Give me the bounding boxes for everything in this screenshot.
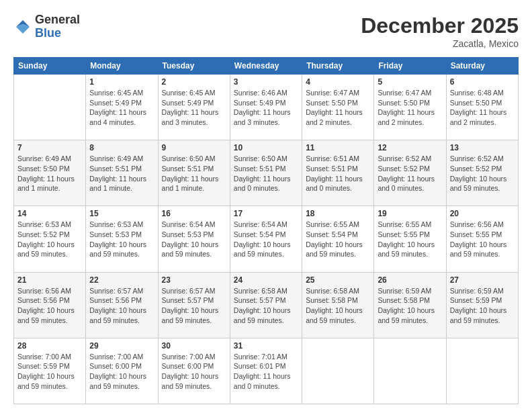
header: General Blue December 2025 Zacatla, Mexi… <box>13 13 519 49</box>
day-number: 25 <box>306 275 370 285</box>
table-row: 22Sunrise: 6:57 AMSunset: 5:56 PMDayligh… <box>86 272 158 338</box>
day-info: Sunrise: 6:52 AMSunset: 5:52 PMDaylight:… <box>378 154 442 193</box>
day-info: Sunrise: 6:58 AMSunset: 5:58 PMDaylight:… <box>306 286 370 326</box>
day-info: Sunrise: 6:51 AMSunset: 5:51 PMDaylight:… <box>306 154 370 193</box>
table-row: 19Sunrise: 6:55 AMSunset: 5:55 PMDayligh… <box>374 206 446 272</box>
table-row: 12Sunrise: 6:52 AMSunset: 5:52 PMDayligh… <box>374 140 446 206</box>
location: Zacatla, Mexico <box>361 38 519 49</box>
day-number: 9 <box>162 143 226 152</box>
day-info: Sunrise: 6:45 AMSunset: 5:49 PMDaylight:… <box>162 88 226 128</box>
day-info: Sunrise: 6:52 AMSunset: 5:52 PMDaylight:… <box>450 154 515 193</box>
table-row: 17Sunrise: 6:54 AMSunset: 5:54 PMDayligh… <box>230 206 302 272</box>
col-sunday: Sunday <box>14 58 86 75</box>
day-number: 21 <box>17 275 82 285</box>
day-info: Sunrise: 6:48 AMSunset: 5:50 PMDaylight:… <box>450 88 515 128</box>
col-saturday: Saturday <box>446 58 518 75</box>
table-row: 20Sunrise: 6:56 AMSunset: 5:55 PMDayligh… <box>446 206 518 272</box>
calendar-week-row: 1Sunrise: 6:45 AMSunset: 5:49 PMDaylight… <box>14 75 519 140</box>
day-number: 10 <box>234 143 298 152</box>
day-info: Sunrise: 6:50 AMSunset: 5:51 PMDaylight:… <box>234 154 298 193</box>
day-info: Sunrise: 6:58 AMSunset: 5:57 PMDaylight:… <box>234 286 298 326</box>
table-row: 2Sunrise: 6:45 AMSunset: 5:49 PMDaylight… <box>158 75 230 140</box>
table-row: 21Sunrise: 6:56 AMSunset: 5:56 PMDayligh… <box>14 272 86 338</box>
day-number: 28 <box>17 341 82 351</box>
day-info: Sunrise: 6:54 AMSunset: 5:53 PMDaylight:… <box>162 220 226 259</box>
day-number: 5 <box>378 77 442 87</box>
table-row: 7Sunrise: 6:49 AMSunset: 5:50 PMDaylight… <box>14 140 86 206</box>
table-row: 23Sunrise: 6:57 AMSunset: 5:57 PMDayligh… <box>158 272 230 338</box>
day-info: Sunrise: 6:47 AMSunset: 5:50 PMDaylight:… <box>306 88 370 128</box>
day-number: 8 <box>89 143 154 152</box>
day-number: 16 <box>162 209 226 218</box>
day-number: 23 <box>162 275 226 285</box>
table-row: 1Sunrise: 6:45 AMSunset: 5:49 PMDaylight… <box>86 75 158 140</box>
table-row <box>446 338 518 404</box>
table-row: 5Sunrise: 6:47 AMSunset: 5:50 PMDaylight… <box>374 75 446 140</box>
day-number: 3 <box>234 77 298 87</box>
day-info: Sunrise: 6:53 AMSunset: 5:52 PMDaylight:… <box>17 220 82 259</box>
day-number: 30 <box>162 341 226 351</box>
col-monday: Monday <box>86 58 158 75</box>
table-row: 18Sunrise: 6:55 AMSunset: 5:54 PMDayligh… <box>302 206 374 272</box>
table-row: 25Sunrise: 6:58 AMSunset: 5:58 PMDayligh… <box>302 272 374 338</box>
day-info: Sunrise: 6:50 AMSunset: 5:51 PMDaylight:… <box>162 154 226 193</box>
calendar-week-row: 14Sunrise: 6:53 AMSunset: 5:52 PMDayligh… <box>14 206 519 272</box>
col-friday: Friday <box>374 58 446 75</box>
day-number: 17 <box>234 209 298 218</box>
day-number: 15 <box>89 209 154 218</box>
day-info: Sunrise: 6:59 AMSunset: 5:59 PMDaylight:… <box>450 286 515 326</box>
day-info: Sunrise: 6:46 AMSunset: 5:49 PMDaylight:… <box>234 88 298 128</box>
day-info: Sunrise: 6:45 AMSunset: 5:49 PMDaylight:… <box>89 88 154 128</box>
logo-blue: Blue <box>35 26 61 40</box>
table-row: 16Sunrise: 6:54 AMSunset: 5:53 PMDayligh… <box>158 206 230 272</box>
day-number: 26 <box>378 275 442 285</box>
col-tuesday: Tuesday <box>158 58 230 75</box>
day-number: 29 <box>89 341 154 351</box>
table-row: 6Sunrise: 6:48 AMSunset: 5:50 PMDaylight… <box>446 75 518 140</box>
table-row: 4Sunrise: 6:47 AMSunset: 5:50 PMDaylight… <box>302 75 374 140</box>
table-row: 3Sunrise: 6:46 AMSunset: 5:49 PMDaylight… <box>230 75 302 140</box>
table-row: 31Sunrise: 7:01 AMSunset: 6:01 PMDayligh… <box>230 338 302 404</box>
calendar-header-row: Sunday Monday Tuesday Wednesday Thursday… <box>14 58 519 75</box>
day-info: Sunrise: 7:00 AMSunset: 6:00 PMDaylight:… <box>89 352 154 392</box>
table-row: 26Sunrise: 6:59 AMSunset: 5:58 PMDayligh… <box>374 272 446 338</box>
table-row: 10Sunrise: 6:50 AMSunset: 5:51 PMDayligh… <box>230 140 302 206</box>
calendar-week-row: 21Sunrise: 6:56 AMSunset: 5:56 PMDayligh… <box>14 272 519 338</box>
day-number: 14 <box>17 209 82 218</box>
day-info: Sunrise: 7:00 AMSunset: 5:59 PMDaylight:… <box>17 352 82 392</box>
col-wednesday: Wednesday <box>230 58 302 75</box>
table-row <box>14 75 86 140</box>
title-section: December 2025 Zacatla, Mexico <box>361 13 519 49</box>
day-number: 6 <box>450 77 515 87</box>
table-row: 27Sunrise: 6:59 AMSunset: 5:59 PMDayligh… <box>446 272 518 338</box>
table-row: 24Sunrise: 6:58 AMSunset: 5:57 PMDayligh… <box>230 272 302 338</box>
day-number: 31 <box>234 341 298 351</box>
table-row: 30Sunrise: 7:00 AMSunset: 6:00 PMDayligh… <box>158 338 230 404</box>
day-info: Sunrise: 6:53 AMSunset: 5:53 PMDaylight:… <box>89 220 154 259</box>
calendar-week-row: 28Sunrise: 7:00 AMSunset: 5:59 PMDayligh… <box>14 338 519 404</box>
day-info: Sunrise: 6:49 AMSunset: 5:51 PMDaylight:… <box>89 154 154 193</box>
day-number: 2 <box>162 77 226 87</box>
day-info: Sunrise: 6:47 AMSunset: 5:50 PMDaylight:… <box>378 88 442 128</box>
day-info: Sunrise: 6:55 AMSunset: 5:54 PMDaylight:… <box>306 220 370 259</box>
table-row: 11Sunrise: 6:51 AMSunset: 5:51 PMDayligh… <box>302 140 374 206</box>
day-number: 24 <box>234 275 298 285</box>
table-row: 28Sunrise: 7:00 AMSunset: 5:59 PMDayligh… <box>14 338 86 404</box>
day-number: 13 <box>450 143 515 152</box>
logo-text: General Blue <box>35 13 80 40</box>
day-info: Sunrise: 7:00 AMSunset: 6:00 PMDaylight:… <box>162 352 226 392</box>
table-row: 29Sunrise: 7:00 AMSunset: 6:00 PMDayligh… <box>86 338 158 404</box>
day-number: 19 <box>378 209 442 218</box>
day-info: Sunrise: 6:56 AMSunset: 5:56 PMDaylight:… <box>17 286 82 326</box>
day-number: 20 <box>450 209 515 218</box>
day-info: Sunrise: 6:55 AMSunset: 5:55 PMDaylight:… <box>378 220 442 259</box>
table-row: 15Sunrise: 6:53 AMSunset: 5:53 PMDayligh… <box>86 206 158 272</box>
day-number: 11 <box>306 143 370 152</box>
day-info: Sunrise: 6:57 AMSunset: 5:57 PMDaylight:… <box>162 286 226 326</box>
day-number: 27 <box>450 275 515 285</box>
day-info: Sunrise: 6:56 AMSunset: 5:55 PMDaylight:… <box>450 220 515 259</box>
day-info: Sunrise: 6:49 AMSunset: 5:50 PMDaylight:… <box>17 154 82 193</box>
day-number: 7 <box>17 143 82 152</box>
logo-icon <box>13 17 32 36</box>
day-number: 22 <box>89 275 154 285</box>
